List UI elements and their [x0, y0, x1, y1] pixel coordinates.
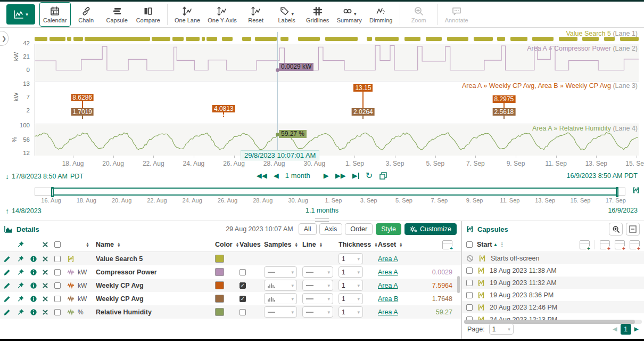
add-column-icon[interactable] [415, 240, 456, 249]
capsule-segment[interactable] [202, 37, 205, 41]
pin-icon[interactable] [14, 295, 28, 303]
pin-icon[interactable] [14, 282, 28, 289]
name-header[interactable]: Name▲▼ [96, 241, 215, 248]
capsule-segment[interactable] [510, 37, 527, 41]
asset-link[interactable]: Area A [378, 269, 398, 276]
capsule-segment[interactable] [375, 37, 399, 41]
capsule-time-icon[interactable] [632, 186, 640, 194]
checkbox[interactable] [54, 241, 61, 248]
capsule-segment[interactable] [604, 37, 614, 41]
dropdown[interactable]: ▾ [302, 266, 333, 278]
capsule-segment[interactable] [367, 37, 372, 41]
details-row[interactable]: Value Search 51▾Area A [0, 252, 461, 265]
details-scrollbar[interactable] [457, 276, 460, 293]
lane-1-capsules[interactable] [35, 37, 639, 41]
range-slider-left-handle[interactable] [51, 187, 54, 197]
sort-type-header[interactable]: ▲▼ [78, 242, 96, 247]
pan-far-left-button[interactable]: ◀◀ [257, 171, 267, 181]
info-icon[interactable] [28, 282, 39, 289]
checkbox[interactable] [54, 296, 61, 302]
toolbar-button-compare[interactable]: Compare [133, 2, 164, 27]
color-header[interactable]: Color▲▼ [215, 241, 240, 248]
values-header[interactable]: Values [240, 241, 264, 248]
checkbox[interactable] [54, 282, 61, 289]
pan-right-button[interactable]: ▶ [324, 171, 329, 181]
capsule-segment[interactable] [222, 37, 233, 41]
refresh-icon[interactable]: ↻ [366, 171, 373, 181]
dropdown[interactable]: ▾ [264, 280, 297, 291]
capsule-segment[interactable] [207, 37, 217, 41]
dropdown[interactable]: ▾ [302, 293, 333, 304]
asset-link[interactable]: Area A [378, 255, 398, 263]
capsule-segment[interactable] [67, 37, 71, 41]
capsule-segment[interactable] [404, 37, 421, 41]
prev-page-icon[interactable]: ◀ [613, 326, 617, 332]
dropdown[interactable]: 1▾ [338, 306, 363, 318]
checkbox[interactable] [54, 269, 61, 275]
capsule-checkbox[interactable] [466, 304, 473, 311]
color-swatch[interactable] [215, 308, 224, 316]
item-name[interactable]: Compressor Power [96, 269, 215, 276]
capsule-segment[interactable] [255, 37, 277, 41]
dropdown[interactable]: 1▾ [338, 293, 363, 304]
capsule-checkbox[interactable] [466, 292, 473, 298]
customize-button[interactable]: Customize [404, 223, 457, 235]
range-slider-selection[interactable] [52, 188, 618, 196]
page-select[interactable]: 1▾ [489, 323, 514, 335]
edit-icon[interactable] [0, 282, 14, 289]
item-name[interactable]: Weekly CP Avg [96, 282, 215, 289]
add-stat-column-icon[interactable] [600, 240, 610, 249]
capsule-row[interactable]: 19 Aug 2023 11:32 AM [462, 277, 644, 289]
current-page-badge[interactable]: 1 [621, 324, 631, 335]
edit-icon[interactable] [0, 255, 14, 263]
add-column-icon[interactable] [580, 240, 590, 249]
checkbox[interactable] [240, 309, 246, 315]
asset-link[interactable]: Area A [378, 282, 398, 289]
next-page-icon[interactable]: ▶ [634, 326, 639, 332]
pin-all-icon[interactable] [14, 241, 28, 248]
order-button[interactable]: Order [345, 223, 373, 235]
capsules-sort-start[interactable]: Start▲ ⋮ [477, 241, 505, 248]
details-row[interactable]: kWCompressor Power▾▾1▾Area A0.0029 [0, 265, 461, 279]
capsule-segment[interactable] [532, 37, 554, 41]
capsule-row[interactable]: 18 Aug 2023 11:38 AM [462, 264, 644, 277]
remove-icon[interactable] [39, 255, 51, 263]
add-stat-column-icon[interactable] [630, 240, 640, 249]
capsule-row[interactable]: 20 Aug 2023 12:46 PM [462, 301, 644, 313]
edit-icon[interactable] [0, 308, 14, 316]
range-slider-track[interactable] [35, 188, 625, 196]
range-slider-right-handle[interactable] [616, 187, 618, 197]
capsule-segment[interactable] [242, 37, 251, 41]
info-icon[interactable] [28, 269, 39, 276]
line-header[interactable]: Line▲▼ [302, 241, 338, 248]
capsule-segment[interactable] [280, 37, 288, 41]
toolbar-button-gridlines[interactable]: Gridlines [302, 2, 333, 27]
capsule-segment[interactable] [49, 37, 65, 41]
info-icon[interactable] [28, 295, 39, 303]
dropdown[interactable]: 1▾ [338, 280, 363, 291]
checkbox[interactable]: ✓ [240, 296, 246, 302]
pin-icon[interactable] [14, 269, 28, 276]
item-name[interactable]: Relative Humidity [96, 308, 215, 316]
capsule-segment[interactable] [172, 37, 184, 41]
toolbar-button-reset[interactable]: Reset [241, 2, 271, 27]
zoom-to-capsule-icon[interactable] [609, 223, 623, 236]
capsule-segment[interactable] [325, 37, 358, 41]
capsule-segment[interactable] [186, 37, 200, 41]
dropdown[interactable]: 1▾ [338, 253, 363, 264]
dropdown[interactable]: ▾ [302, 280, 333, 291]
copy-range-icon[interactable] [379, 172, 387, 180]
capsule-row[interactable]: 24 Aug 2023 12:13 PM [462, 313, 644, 320]
capsule-segment[interactable] [620, 37, 639, 41]
toolbar-button-one-lane[interactable]: One Lane [171, 2, 204, 27]
checkbox[interactable] [54, 309, 61, 315]
capsule-segment[interactable] [152, 37, 170, 41]
duration-button[interactable]: 1 month [285, 171, 317, 181]
asset-link[interactable]: Area B [378, 295, 398, 303]
color-swatch[interactable] [215, 295, 224, 303]
toolbar-button-summary[interactable]: ▾Summary [333, 2, 366, 27]
pin-icon[interactable] [14, 255, 28, 263]
details-row[interactable]: kWWeekly CP Avg✓▾▾1▾Area B1.7648 [0, 292, 461, 305]
pin-icon[interactable] [14, 308, 28, 316]
edit-icon[interactable] [0, 295, 14, 303]
